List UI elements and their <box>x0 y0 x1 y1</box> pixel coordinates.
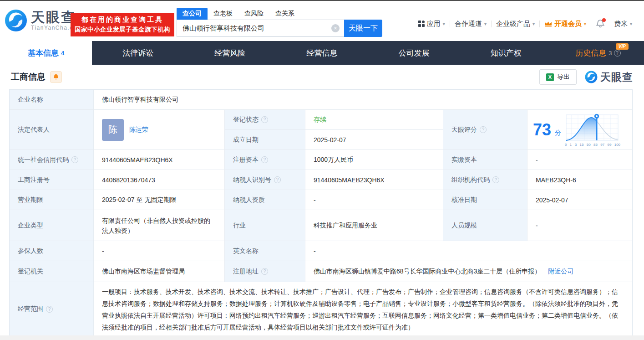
reg-status-value: 存续 <box>305 110 443 129</box>
reg-capital-label-cell: 注册资本 ? <box>225 150 305 170</box>
business-scope-label-cell: 经营范围 ? <box>10 282 94 336</box>
subscribe-bell-button[interactable] <box>50 71 62 83</box>
nav-partner-label: 合作通道 <box>455 20 482 28</box>
help-icon[interactable]: ? <box>614 50 621 57</box>
reg-address-value: 佛山市南海区狮山镇博爱中路68号长华国际商业中心北商3座二十层（住所申报） <box>314 268 541 276</box>
tianyancha-company-page: 天眼查 TianYanCha.com 都在用的商业查询工具 国家中小企业发展子基… <box>0 0 644 340</box>
tab-label: 公司发展 <box>399 48 430 58</box>
promo-banner-line2: 国家中小企业发展子基金旗下机构 <box>75 26 170 34</box>
search-row: 天眼一下 <box>177 20 382 37</box>
promo-banner-line1: 都在用的商业查询工具 <box>81 15 163 24</box>
status-date-stack: 登记状态 ? 存续 成立日期 2025-02-07 <box>225 110 443 149</box>
notification-bell-icon <box>596 19 605 28</box>
search-button[interactable]: 天眼一下 <box>344 20 382 37</box>
nav-partner-channel[interactable]: 合作通道 ▾ <box>450 20 491 28</box>
company-type-label: 企业类型 <box>10 210 94 241</box>
reg-address-label: 注册地址 <box>233 268 259 276</box>
help-icon[interactable]: ? <box>261 156 268 163</box>
insured-count-label: 参保人数 <box>10 241 94 261</box>
legal-rep-link[interactable]: 陈运荣 <box>129 126 148 134</box>
axis-tick: 1 <box>570 143 572 147</box>
legal-rep-avatar[interactable]: 陈 <box>102 119 124 141</box>
search-tab-company[interactable]: 查公司 <box>177 8 208 20</box>
business-term-label: 营业期限 <box>10 190 94 210</box>
nav-enterprise-products[interactable]: 企业级产品 ▾ <box>492 20 539 28</box>
tab-label: 法律诉讼 <box>122 48 153 58</box>
tab-intellectual-property[interactable]: 知识产权 <box>460 41 552 65</box>
legal-rep-cell: 陈 陈运荣 <box>94 110 225 149</box>
help-icon[interactable]: ? <box>261 116 268 123</box>
search-tabs: 查公司 查老板 查风险 查关系 <box>177 7 382 20</box>
tab-label: 经营风险 <box>214 48 245 58</box>
reg-capital-value: 1000万人民币 <box>305 150 443 170</box>
tab-operation-risk[interactable]: 经营风险 <box>184 41 276 65</box>
org-code-label: 组织机构代码 <box>451 176 490 184</box>
help-icon[interactable]: ? <box>492 176 499 183</box>
help-icon[interactable]: ? <box>261 268 268 275</box>
export-label: 导出 <box>557 73 570 81</box>
credit-code-value: 91440605MAEB23QH6X <box>94 150 225 170</box>
nav-vip-label: 开通会员 <box>554 20 582 28</box>
notification-red-dot <box>602 18 606 22</box>
table-row: 经营范围 ? 一般项目：技术服务、技术开发、技术咨询、技术交流、技术转让、技术推… <box>10 282 632 336</box>
tab-label: 历史信息 <box>575 48 606 58</box>
axis-tick: 85 <box>593 143 598 147</box>
insured-count-value: - <box>94 241 225 261</box>
business-info-table: 企业名称 佛山领行智享科技有限公司 法定代表人 陈 陈运荣 登记状态 ? 存续 … <box>9 89 633 336</box>
watermark-logo: 天眼查 <box>585 70 633 84</box>
tab-count: 3 <box>609 50 612 57</box>
search-input[interactable] <box>177 20 344 37</box>
reg-authority-value: 佛山市南海区市场监督管理局 <box>94 261 225 282</box>
chevron-down-icon: ▾ <box>484 21 487 26</box>
help-icon[interactable]: ? <box>71 156 78 163</box>
nav-apps[interactable]: 应用 ▾ <box>414 20 450 28</box>
search-tab-risk[interactable]: 查风险 <box>238 8 269 20</box>
score-distribution-chart: 0 1 3 15 50 85 97 99 100 <box>565 113 620 147</box>
axis-tick: 0 <box>565 143 567 147</box>
search-tab-relation[interactable]: 查关系 <box>269 8 300 20</box>
taxpayer-id-label-cell: 纳税人识别号 ? <box>225 170 305 190</box>
business-term-value: 2025-02-07 至 无固定期限 <box>94 190 225 210</box>
tab-basic-info[interactable]: 基本信息 4 <box>0 41 92 65</box>
search-box: 查公司 查老板 查风险 查关系 天眼一下 × <box>177 7 382 37</box>
english-name-label: 英文名称 <box>225 241 305 261</box>
nav-notifications[interactable] <box>591 19 609 28</box>
tab-label: 经营信息 <box>306 48 337 58</box>
table-row: 营业期限 2025-02-07 至 无固定期限 纳税人资质 - 核准日期 202… <box>10 190 632 210</box>
nearby-companies-link[interactable]: 附近公司 <box>548 268 573 276</box>
company-section-tabbar: 基本信息 4 法律诉讼 经营风险 经营信息 公司发展 知识产权 历史信息 3 ?… <box>0 41 644 65</box>
reg-authority-label: 登记机关 <box>10 261 94 282</box>
company-name-value: 佛山领行智享科技有限公司 <box>94 90 632 109</box>
tab-history-info[interactable]: 历史信息 3 ? VIP <box>552 41 644 65</box>
axis-tick: 50 <box>587 143 591 147</box>
industry-value: 科技推广和应用服务业 <box>305 210 443 241</box>
reg-status-label: 登记状态 <box>233 116 259 124</box>
business-scope-label: 经营范围 <box>18 305 43 313</box>
reg-number-label: 工商注册号 <box>10 170 94 190</box>
search-tab-boss[interactable]: 查老板 <box>208 8 238 20</box>
help-icon[interactable]: ? <box>480 126 487 133</box>
score-label: 天眼评分 <box>451 126 477 134</box>
excel-icon: X <box>546 73 554 81</box>
business-info-header: 工商信息 X 导出 天眼查 <box>0 65 644 89</box>
help-icon[interactable]: ? <box>274 176 281 183</box>
tab-operation-info[interactable]: 经营信息 <box>276 41 368 65</box>
tab-label: 知识产权 <box>491 48 522 58</box>
tab-legal-proceedings[interactable]: 法律诉讼 <box>92 41 184 65</box>
bottom-strip <box>0 335 644 340</box>
staff-size-value: - <box>527 210 632 241</box>
nav-user-menu[interactable]: 费米 ▾ <box>609 20 637 28</box>
table-row: 参保人数 - 英文名称 - <box>10 241 632 261</box>
search-clear-icon[interactable]: × <box>331 24 340 32</box>
tab-company-development[interactable]: 公司发展 <box>368 41 460 65</box>
watermark-text: 天眼查 <box>600 70 633 84</box>
nav-open-vip[interactable]: 开通会员 ▾ <box>540 20 591 28</box>
table-row: 法定代表人 陈 陈运荣 登记状态 ? 存续 成立日期 2025-02-07 <box>10 110 632 150</box>
paid-capital-label: 实缴资本 <box>443 150 527 170</box>
help-icon[interactable]: ? <box>46 306 53 313</box>
score-unit: 分 <box>555 129 561 137</box>
credit-code-label: 统一社会信用代码 <box>18 156 69 164</box>
export-button[interactable]: X 导出 <box>539 69 577 85</box>
axis-tick: 97 <box>600 143 604 147</box>
taxpayer-id-label: 纳税人识别号 <box>233 176 271 184</box>
